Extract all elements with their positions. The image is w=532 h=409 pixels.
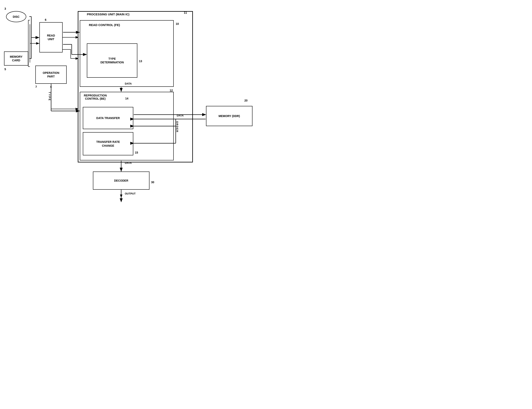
ref-30: 30	[151, 181, 154, 184]
ref-4: 4	[50, 85, 52, 88]
operation-part-box: OPERATIONPART	[35, 66, 67, 84]
ref-5: 5	[4, 68, 6, 71]
transfer-rate-change-box: TRANSFER RATECHANGE	[83, 132, 133, 155]
type-determination-box: TYPEDETERMINATION	[87, 43, 137, 78]
memory-card-box: MEMORYCARD	[4, 51, 28, 66]
ref-12: 12	[170, 89, 173, 92]
ref-13: 13	[139, 60, 142, 63]
decoder-box: DECODER	[93, 172, 150, 190]
ref-11: 11	[184, 11, 187, 14]
data-label-3: DATA	[125, 161, 132, 164]
data-label-1: DATA	[125, 82, 132, 85]
ref-3: 3	[4, 7, 6, 10]
output-label: OUTPUT	[125, 192, 135, 195]
read-unit-box: READUNIT	[39, 22, 63, 53]
processing-unit-label: PROCESSING UNIT (MAIN IC)	[87, 12, 129, 16]
ref-14: 14	[125, 97, 128, 100]
ref-20: 20	[244, 99, 248, 102]
type-label: TYPE	[48, 92, 51, 101]
ref-15: 15	[135, 151, 138, 154]
diagram: 3 DISC MEMORYCARD 5 6 READUNIT OPERATION…	[0, 0, 266, 205]
ref-7: 7	[35, 85, 37, 88]
ref-10: 10	[176, 22, 179, 25]
data-transfer-box: DATA TRANSFER	[83, 107, 133, 129]
order-label: ORDER	[176, 121, 179, 133]
ref-6: 6	[45, 18, 47, 21]
data-label-2: DATA	[177, 114, 184, 117]
memory-ddr-box: MEMORY (DDR)	[206, 106, 252, 126]
disc-box: DISC	[6, 11, 26, 22]
read-control-label: READ CONTROL (FE)	[89, 23, 120, 27]
reproduction-control-label: REPRODUCTIONCONTROL (BE)	[84, 94, 107, 100]
